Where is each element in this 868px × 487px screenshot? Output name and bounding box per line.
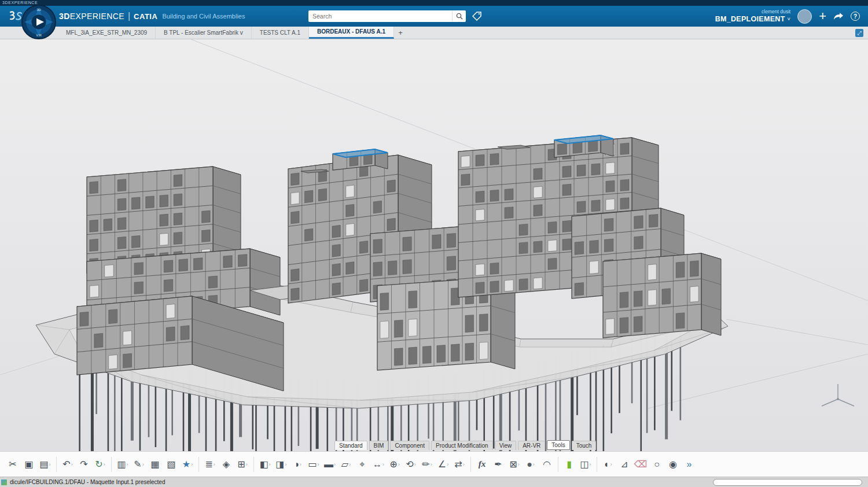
move-object-icon[interactable]: ⊕› (387, 455, 403, 474)
ribbon-tab-touch[interactable]: Touch (572, 441, 597, 450)
compass-top-label: 3D (21, 8, 57, 12)
ribbon-tab-tools[interactable]: Tools (547, 440, 569, 450)
more-tools-icon[interactable]: » (681, 455, 697, 474)
pin-icon[interactable]: ◉ (665, 455, 681, 474)
shading-mode-dropdown-icon[interactable]: › (300, 462, 301, 467)
status-input[interactable] (713, 479, 862, 486)
app-name: CATIA (134, 12, 157, 21)
grid-table-dropdown-icon[interactable]: › (518, 462, 520, 467)
wall-tool-dropdown-icon[interactable]: › (318, 462, 319, 467)
share-icon[interactable] (833, 12, 844, 20)
print-dropdown-icon[interactable]: › (127, 462, 128, 467)
beam-tool-dropdown-icon[interactable]: › (334, 462, 336, 467)
toolbar-separator (111, 457, 112, 472)
search-icon[interactable] (452, 10, 466, 22)
favorites-icon[interactable]: ★› (179, 455, 196, 474)
update-icon[interactable]: ↻› (92, 455, 108, 474)
data-table-icon[interactable]: ▦ (147, 455, 163, 474)
eraser-icon[interactable]: ⌫ (632, 455, 649, 474)
header-right-cluster: clement dusit BM_DEPLOIEMENT ˅ + ? (715, 9, 862, 24)
toolbar-separator (470, 457, 471, 472)
door-tool-dropdown-icon[interactable]: › (590, 462, 591, 467)
view-cube-icon[interactable]: ◧› (257, 455, 273, 474)
slab-tool-icon[interactable]: ▱› (338, 455, 354, 474)
wall-tool-icon[interactable]: ▭› (306, 455, 322, 474)
new-tab-button[interactable]: + (394, 27, 407, 39)
workspace-selector[interactable]: clement dusit BM_DEPLOIEMENT ˅ (715, 9, 790, 23)
update-dropdown-icon[interactable]: › (104, 462, 105, 467)
user-name: clement dusit (715, 9, 790, 15)
shading-mode-icon[interactable]: ◑› (289, 455, 306, 474)
formula-fx-icon[interactable]: fx (474, 455, 490, 474)
3d-viewport[interactable]: StandardBIMComponentProduct Modification… (0, 39, 868, 451)
expand-viewport-icon[interactable]: ⤢ (855, 29, 863, 37)
arc-tool-icon[interactable]: ◠ (539, 455, 555, 474)
battery-level-icon[interactable]: ▮ (561, 455, 578, 474)
ribbon-tab-bim[interactable]: BIM (369, 441, 389, 450)
document-tab-tests-clt-a-1[interactable]: TESTS CLT A.1 (252, 27, 309, 39)
rotate-object-icon[interactable]: ⟲› (403, 455, 419, 474)
report-list-dropdown-icon[interactable]: › (214, 462, 215, 467)
sketch-icon[interactable]: ✏› (419, 455, 435, 474)
layers-icon[interactable]: ▧ (163, 455, 179, 474)
paste-icon[interactable]: ▤› (37, 455, 53, 474)
options-grid-dropdown-icon[interactable]: › (246, 462, 248, 467)
options-grid-icon[interactable]: ⊞› (234, 455, 251, 474)
annotate-dropdown-icon[interactable]: › (142, 462, 144, 467)
material-sphere-icon[interactable]: ◐› (600, 455, 616, 474)
ribbon-tab-standard[interactable]: Standard (334, 441, 367, 450)
cut-icon[interactable]: ✂ (5, 455, 21, 474)
pen-tool-icon[interactable]: ✒ (490, 455, 506, 474)
brand-title: 3DEXPERIENCE (59, 12, 124, 21)
structure-diagram-icon[interactable]: ◈ (218, 455, 234, 474)
measure-icon[interactable]: ↔› (370, 455, 387, 474)
favorites-dropdown-icon[interactable]: › (191, 462, 193, 467)
view-cube-dropdown-icon[interactable]: › (269, 462, 271, 467)
annotate-icon[interactable]: ✎› (131, 455, 147, 474)
section-cut-dropdown-icon[interactable]: › (285, 462, 287, 467)
copy-icon[interactable]: ▣ (21, 455, 37, 474)
section-cut-icon[interactable]: ◨› (273, 455, 289, 474)
app-subtitle: Building and Civil Assemblies (162, 13, 245, 20)
ribbon-tab-product-modification[interactable]: Product Modification (431, 441, 493, 450)
angle-snap-icon[interactable]: ∠› (435, 455, 451, 474)
search-box (308, 10, 466, 22)
help-icon[interactable]: ? (851, 12, 860, 21)
door-tool-icon[interactable]: ◫› (578, 455, 594, 474)
sketch-dropdown-icon[interactable]: › (431, 462, 432, 467)
undo-icon[interactable]: ↶› (60, 455, 76, 474)
top-bar: 3DEXPERIENCE | CATIA Building and Civil … (0, 6, 868, 27)
target-point-icon[interactable]: ⌖ (354, 455, 370, 474)
measure-dropdown-icon[interactable]: › (382, 462, 384, 467)
ribbon-tab-component[interactable]: Component (390, 441, 429, 450)
slab-tool-dropdown-icon[interactable]: › (349, 462, 351, 467)
render-sphere-dropdown-icon[interactable]: › (533, 462, 535, 467)
angle-snap-dropdown-icon[interactable]: › (447, 462, 448, 467)
ribbon-tab-ar-vr[interactable]: AR-VR (518, 441, 545, 450)
tag-icon[interactable] (472, 12, 482, 23)
document-tab-bordeaux-dfaus-a-1[interactable]: BORDEAUX - DFAUS A.1 (309, 27, 394, 39)
material-sphere-dropdown-icon[interactable]: › (610, 462, 612, 467)
add-content-button[interactable]: + (819, 10, 826, 23)
search-input[interactable] (308, 13, 452, 20)
undo-dropdown-icon[interactable]: › (71, 462, 73, 467)
paste-dropdown-icon[interactable]: › (49, 462, 51, 467)
render-sphere-icon[interactable]: ●› (523, 455, 539, 474)
ribbon-tab-view[interactable]: View (495, 441, 517, 450)
transform-icon[interactable]: ⇄› (451, 455, 468, 474)
document-tab-mfl-3ia-exe-str-mn-2309[interactable]: MFL_3iA_EXE_STR_MN_2309 (58, 27, 156, 39)
transform-dropdown-icon[interactable]: › (463, 462, 465, 467)
status-bar: dicule/IFCBUILDING.1/DFAU - Maquette Inp… (0, 477, 868, 487)
white-sphere-icon[interactable]: ○ (649, 455, 665, 474)
rotate-object-dropdown-icon[interactable]: › (414, 462, 416, 467)
3dexperience-compass[interactable]: 3D V.R (21, 4, 57, 40)
eyedropper-icon[interactable]: ⊿ (616, 455, 632, 474)
report-list-icon[interactable]: ≣› (202, 455, 218, 474)
beam-tool-icon[interactable]: ▬› (322, 455, 338, 474)
document-tab-b-tpl-escalier-smartfabrik-v[interactable]: B TPL - Escalier SmartFabrik v (156, 27, 252, 39)
grid-table-icon[interactable]: ⊠› (506, 455, 523, 474)
avatar[interactable] (797, 9, 812, 24)
print-icon[interactable]: ▥› (115, 455, 131, 474)
move-object-dropdown-icon[interactable]: › (398, 462, 400, 467)
redo-icon[interactable]: ↷ (76, 455, 92, 474)
